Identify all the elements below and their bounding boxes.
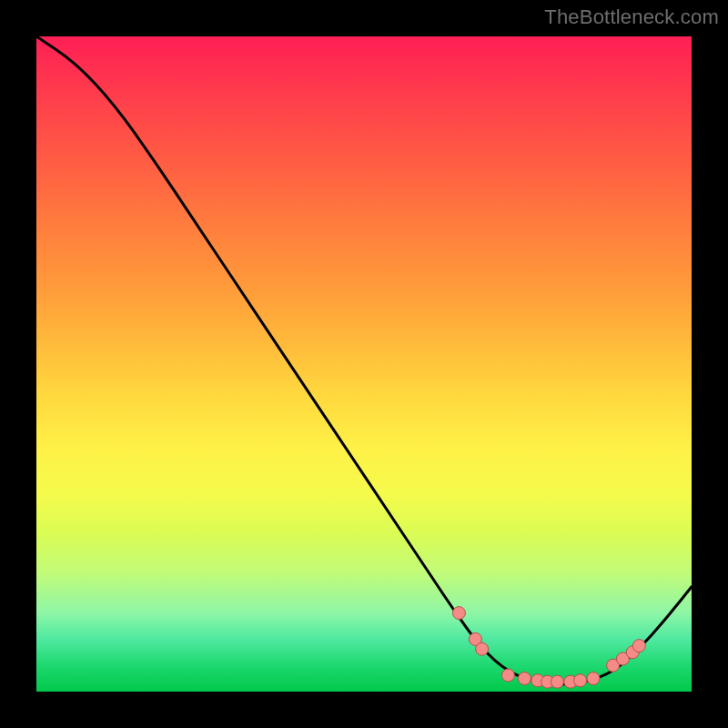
data-marker xyxy=(607,659,620,672)
data-marker xyxy=(564,675,577,688)
data-marker xyxy=(626,646,639,659)
data-marker xyxy=(574,674,587,687)
data-marker xyxy=(452,607,465,620)
data-marker xyxy=(501,669,514,682)
chart-overlay xyxy=(36,36,692,692)
data-marker xyxy=(518,672,531,685)
plot-area xyxy=(36,36,692,692)
data-markers xyxy=(452,607,645,689)
data-marker xyxy=(541,675,554,688)
data-marker xyxy=(551,675,563,688)
data-marker xyxy=(616,652,629,665)
data-marker xyxy=(531,674,544,687)
data-marker xyxy=(476,642,489,655)
curve-line xyxy=(36,36,692,684)
watermark-text: TheBottleneck.com xyxy=(544,5,719,29)
data-marker xyxy=(469,632,481,645)
data-marker xyxy=(632,640,645,652)
chart-frame: TheBottleneck.com xyxy=(0,0,728,728)
data-marker xyxy=(587,672,600,685)
